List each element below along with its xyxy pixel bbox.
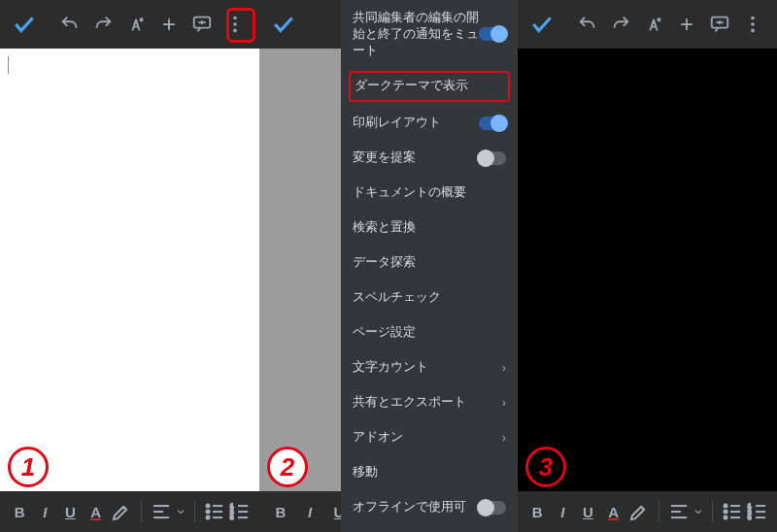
bullet-list-icon[interactable] [721, 498, 744, 525]
menu-item-word-count[interactable]: 文字カウント › [341, 350, 518, 385]
menu-item-label: 印刷レイアウト [353, 115, 441, 131]
panel-1: + B I U A 123 1 [0, 0, 259, 532]
check-icon[interactable] [8, 8, 41, 41]
document-canvas[interactable] [0, 49, 259, 491]
menu-item-star[interactable]: スターを付ける [341, 525, 518, 532]
menu-item-label: 検索と置換 [353, 219, 416, 236]
menu-item-spellcheck[interactable]: スペルチェック [341, 281, 518, 316]
toggle-off[interactable] [479, 151, 506, 165]
comment-icon[interactable] [703, 8, 736, 41]
menu-item-share-export[interactable]: 共有とエクスポート › [341, 385, 518, 420]
topbar: + [518, 0, 777, 49]
svg-point-28 [751, 29, 755, 33]
chevron-down-icon[interactable] [693, 498, 704, 525]
highlight-color-icon[interactable] [627, 498, 651, 525]
menu-item-find-replace[interactable]: 検索と置換 [341, 211, 518, 246]
chevron-right-icon: › [502, 431, 506, 445]
text-color-button[interactable]: A [84, 498, 107, 525]
svg-point-32 [724, 504, 726, 507]
menu-item-label: ドキュメントの概要 [353, 184, 466, 201]
menu-item-suggest[interactable]: 変更を提案 [341, 141, 518, 176]
svg-point-6 [233, 29, 237, 33]
menu-item-print-layout[interactable]: 印刷レイアウト [341, 106, 518, 141]
menu-item-label: アドオン [353, 429, 403, 446]
menu-item-label: 移動 [353, 464, 378, 481]
svg-point-5 [233, 22, 237, 26]
more-vert-icon[interactable] [219, 8, 252, 41]
menu-item-page-setup[interactable]: ページ設定 [341, 316, 518, 350]
overflow-menu: 共同編集者の編集の開始と終了の通知をミュート ダークテーマで表示 印刷レイアウト… [341, 0, 518, 532]
svg-text:3: 3 [748, 515, 752, 520]
redo-icon[interactable] [86, 8, 119, 41]
numbered-list-icon[interactable]: 123 [746, 498, 769, 525]
menu-item-label: データ探索 [353, 254, 416, 271]
bullet-list-icon[interactable] [203, 498, 226, 525]
undo-icon[interactable] [571, 8, 604, 41]
bold-button[interactable]: B [525, 498, 549, 525]
undo-icon[interactable] [53, 8, 86, 41]
panel-2: B I U 共同編集者の編集の開始と終了の通知をミュート ダークテーマで表示 印… [259, 0, 518, 532]
underline-button[interactable]: U [58, 498, 82, 525]
step-badge-2: 2 [267, 447, 308, 487]
step-badge-3: 3 [525, 447, 566, 487]
svg-point-33 [724, 510, 726, 513]
toggle-off[interactable] [479, 501, 506, 515]
redo-icon[interactable] [604, 8, 637, 41]
svg-point-34 [724, 516, 726, 519]
more-vert-icon[interactable] [736, 8, 769, 41]
menu-item-label: ページ設定 [353, 324, 416, 341]
menu-item-dark-theme[interactable]: ダークテーマで表示 [349, 71, 510, 102]
highlight-color-icon[interactable] [110, 498, 133, 525]
svg-point-11 [206, 510, 209, 513]
italic-button[interactable]: I [33, 498, 56, 525]
menu-item-label: 変更を提案 [353, 150, 416, 166]
chevron-right-icon: › [502, 396, 506, 410]
svg-point-27 [751, 22, 755, 26]
svg-point-12 [206, 516, 209, 519]
text-color-button[interactable]: A [601, 498, 625, 525]
align-icon[interactable] [667, 498, 691, 525]
step-badge-1: 1 [8, 447, 49, 487]
text-format-icon[interactable] [119, 8, 152, 41]
check-icon[interactable] [525, 8, 558, 41]
comment-icon[interactable] [186, 8, 219, 41]
chevron-right-icon: › [502, 361, 506, 375]
menu-item-label: 共同編集者の編集の開始と終了の通知をミュート [353, 10, 479, 59]
format-bar: B I U A 123 [0, 491, 259, 532]
panel-3: + B I U A 123 3 [518, 0, 777, 532]
topbar: + [0, 0, 259, 49]
svg-point-26 [751, 17, 755, 20]
align-icon[interactable] [150, 498, 173, 525]
svg-point-10 [206, 504, 209, 507]
menu-item-label: オフラインで使用可 [353, 499, 466, 515]
svg-rect-0 [140, 18, 144, 22]
add-icon[interactable]: + [152, 8, 186, 41]
menu-item-outline[interactable]: ドキュメントの概要 [341, 176, 518, 211]
menu-item-offline[interactable]: オフラインで使用可 [341, 490, 518, 525]
menu-item-explore[interactable]: データ探索 [341, 246, 518, 281]
menu-item-label: ダークテーマで表示 [355, 78, 468, 94]
underline-button[interactable]: U [576, 498, 599, 525]
menu-item-label: 共有とエクスポート [353, 394, 466, 411]
document-canvas-dark[interactable] [518, 49, 777, 491]
bold-button[interactable]: B [8, 498, 31, 525]
menu-item-addons[interactable]: アドオン › [341, 420, 518, 455]
format-bar: B I U A 123 [518, 491, 777, 532]
numbered-list-icon[interactable]: 123 [228, 498, 252, 525]
chevron-down-icon[interactable] [175, 498, 186, 525]
menu-item-label: 文字カウント [353, 359, 428, 376]
text-cursor [8, 56, 9, 74]
menu-item-mute[interactable]: 共同編集者の編集の開始と終了の通知をミュート [341, 0, 518, 67]
toggle-on[interactable] [479, 27, 506, 41]
text-format-icon[interactable] [637, 8, 670, 41]
svg-point-4 [233, 17, 237, 20]
menu-item-move[interactable]: 移動 [341, 455, 518, 490]
italic-button[interactable]: I [296, 498, 323, 525]
svg-text:3: 3 [230, 515, 234, 520]
toggle-on[interactable] [479, 116, 506, 130]
add-icon[interactable]: + [670, 8, 703, 41]
check-icon[interactable] [267, 8, 300, 41]
svg-rect-22 [658, 18, 661, 22]
bold-button[interactable]: B [267, 498, 294, 525]
italic-button[interactable]: I [551, 498, 574, 525]
